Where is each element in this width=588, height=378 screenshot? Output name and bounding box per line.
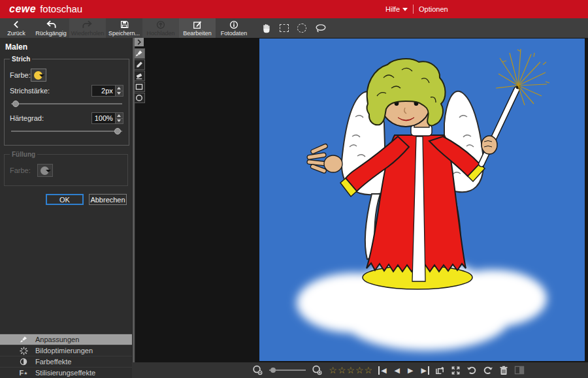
fullscreen-icon[interactable] — [451, 366, 461, 375]
fill-legend: Füllung — [10, 151, 37, 158]
bottom-toolbar: ☆☆☆☆☆ ◀ ◀ ▶ ▶ — [132, 362, 588, 378]
category-label: Stilisierungseffekte — [35, 369, 95, 377]
star-icon[interactable]: ☆ — [365, 366, 373, 375]
rating-stars[interactable]: ☆☆☆☆☆ — [329, 366, 372, 375]
ok-button[interactable]: OK — [46, 194, 84, 205]
undo-label: Rückgängig — [35, 30, 67, 37]
crop-icon[interactable] — [435, 366, 445, 375]
zoom-in-icon[interactable] — [312, 365, 323, 375]
pencil-tool-button[interactable] — [134, 59, 145, 70]
category-label: Anpassungen — [35, 336, 79, 343]
options-menu[interactable]: Optionen — [419, 5, 448, 13]
chevron-down-icon — [402, 8, 408, 11]
stepper-down-button[interactable] — [115, 119, 123, 125]
upload-label: Hochladen — [146, 30, 174, 37]
stroke-width-stepper[interactable]: 2px — [91, 85, 123, 97]
image-canvas[interactable] — [132, 38, 588, 362]
brush-icon — [135, 50, 143, 57]
paint-toolstrip — [133, 38, 145, 104]
rect-select-icon[interactable] — [280, 24, 289, 32]
panel-title: Malen — [0, 38, 132, 55]
next-image-button[interactable]: ▶ — [408, 366, 413, 375]
star-icon[interactable]: ☆ — [338, 366, 346, 375]
star-icon[interactable]: ☆ — [329, 366, 337, 375]
back-button[interactable]: Zurück — [0, 18, 33, 38]
main-toolbar: Zurück Rückgängig Wiederholen Speichern.… — [0, 18, 588, 38]
fill-group: Füllung Farbe: — [4, 151, 128, 186]
collapse-strip-button[interactable] — [135, 38, 144, 46]
brush-tool-button[interactable] — [134, 48, 145, 59]
save-button[interactable]: Speichern... — [106, 18, 142, 38]
slider-thumb[interactable] — [114, 128, 121, 134]
stroke-color-swatch[interactable] — [31, 69, 46, 82]
zoom-slider[interactable] — [269, 367, 306, 373]
upload-button[interactable]: Hochladen — [142, 18, 179, 38]
stepper-up-button[interactable] — [115, 85, 123, 91]
ellipse-icon — [135, 94, 143, 102]
last-image-button[interactable]: ▶ — [421, 366, 429, 375]
rectangle-tool-button[interactable] — [134, 82, 145, 92]
star-icon[interactable]: ☆ — [346, 366, 355, 375]
stroke-width-slider[interactable] — [11, 100, 122, 108]
cancel-button[interactable]: Abbrechen — [89, 194, 127, 205]
chevron-right-icon — [137, 39, 142, 45]
ellipse-tool-button[interactable] — [134, 93, 145, 103]
info-icon — [229, 20, 238, 29]
category-stilisierungseffekte[interactable]: F★ Stilisierungseffekte — [0, 367, 132, 378]
help-menu[interactable]: Hilfe — [385, 5, 408, 13]
fill-color-label: Farbe: — [10, 166, 31, 174]
compare-image-icon — [514, 366, 525, 375]
help-label: Hilfe — [385, 5, 400, 13]
previous-image-button[interactable]: ◀ — [395, 366, 400, 375]
redo-button[interactable]: Wiederholen — [69, 18, 106, 38]
stroke-group: Strich Farbe: Strichstärke: 2px — [4, 55, 129, 146]
stroke-color-label: Farbe: — [10, 71, 31, 79]
stepper-down-button[interactable] — [115, 91, 123, 97]
lasso-icon[interactable] — [315, 24, 327, 33]
stroke-width-label: Strichstärke: — [10, 87, 50, 95]
hardness-slider[interactable] — [11, 127, 122, 135]
rotate-left-icon[interactable] — [466, 366, 477, 375]
rotate-right-icon[interactable] — [483, 366, 493, 375]
zoom-out-icon[interactable] — [252, 365, 263, 375]
angel-head — [367, 59, 446, 136]
undo-arrow-icon — [46, 20, 56, 29]
slider-track — [11, 103, 122, 104]
upload-icon — [156, 20, 165, 29]
eraser-tool-button[interactable] — [134, 71, 145, 81]
slider-track — [11, 131, 122, 132]
first-image-button[interactable]: ◀ — [378, 366, 386, 375]
hardness-stepper[interactable]: 100% — [91, 112, 123, 124]
category-bildoptimierungen[interactable]: Bildoptimierungen — [0, 345, 132, 356]
app-name: fotoschau — [40, 3, 82, 14]
swatch-caret-icon — [46, 170, 51, 172]
redo-label: Wiederholen — [71, 30, 105, 37]
adjustments-icon — [19, 336, 28, 343]
ellipse-select-icon[interactable] — [297, 24, 306, 33]
stepper-up-button[interactable] — [115, 112, 123, 119]
hardness-label: Härtegrad: — [10, 114, 44, 122]
stroke-width-value: 2px — [91, 85, 115, 97]
rectangle-icon — [135, 84, 143, 90]
category-farbeffekte[interactable]: Farbeffekte — [0, 356, 132, 367]
stroke-legend: Strich — [10, 55, 32, 63]
slider-thumb[interactable] — [12, 101, 19, 107]
color-wheel-icon — [19, 358, 28, 366]
hand-tool-icon[interactable] — [261, 23, 271, 33]
category-label: Bildoptimierungen — [35, 347, 93, 354]
angel-image[interactable] — [259, 39, 585, 361]
pencil-icon — [136, 61, 143, 69]
star-icon[interactable]: ☆ — [355, 366, 364, 375]
delete-trash-icon[interactable] — [499, 366, 508, 375]
edit-button[interactable]: Bearbeiten — [179, 18, 216, 38]
category-anpassungen[interactable]: Anpassungen — [0, 334, 132, 345]
fill-color-swatch — [37, 164, 53, 177]
save-label: Speichern... — [108, 30, 140, 37]
app-header: cewe fotoschau Hilfe Optionen — [0, 0, 588, 18]
edit-icon — [193, 20, 202, 29]
undo-button[interactable]: Rückgängig — [33, 18, 69, 38]
slider-thumb[interactable] — [270, 368, 276, 373]
back-chevron-icon — [12, 20, 21, 29]
photodata-button[interactable]: Fotodaten — [216, 18, 252, 38]
hardness-value: 100% — [91, 112, 115, 124]
